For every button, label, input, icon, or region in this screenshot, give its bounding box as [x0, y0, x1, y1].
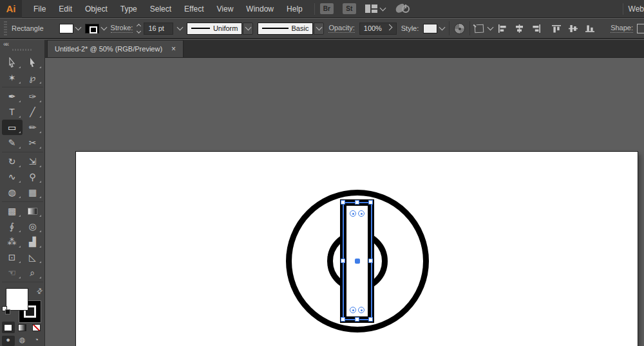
stroke-swatch[interactable]: [85, 24, 99, 33]
stroke-weight-field[interactable]: 16 pt: [144, 23, 173, 35]
width-profile-dropdown[interactable]: Uniform: [187, 23, 242, 35]
shape-properties-icon[interactable]: [637, 24, 644, 33]
stroke-color-control[interactable]: [85, 24, 106, 33]
recolor-artwork-icon[interactable]: [454, 23, 465, 34]
shaper-tool[interactable]: ✎: [2, 135, 23, 150]
collapse-panel-button[interactable]: ««: [0, 40, 11, 48]
symbol-sprayer-tool[interactable]: ⁂: [2, 234, 23, 250]
canvas[interactable]: [45, 58, 644, 346]
align-vertical-center-button[interactable]: [568, 24, 579, 33]
rectangle-tool[interactable]: ▭: [2, 120, 23, 135]
default-fill-stroke-icon[interactable]: [2, 306, 10, 314]
menu-effect[interactable]: Effect: [178, 0, 210, 18]
chevron-down-icon[interactable]: [439, 24, 446, 31]
corner-widget-top-right[interactable]: [358, 210, 365, 217]
step-up-icon[interactable]: [137, 23, 141, 28]
pen-tool[interactable]: ✒: [2, 89, 23, 104]
direct-selection-tool[interactable]: [23, 55, 43, 70]
shape-panel-link[interactable]: Shape:: [611, 24, 633, 33]
fill-swatch[interactable]: [59, 24, 73, 33]
puppet-warp-tool[interactable]: ⚲: [23, 169, 43, 185]
rotate-tool[interactable]: ↻: [2, 154, 23, 169]
chevron-down-icon[interactable]: [379, 5, 386, 11]
paintbrush-tool[interactable]: ✏: [23, 120, 43, 135]
selection-handle-top-center[interactable]: [355, 200, 359, 205]
bridge-button[interactable]: Br: [320, 3, 334, 14]
gradient-tool[interactable]: [23, 203, 43, 219]
chevron-down-icon[interactable]: [488, 24, 494, 31]
opacity-field[interactable]: 100%: [359, 23, 397, 35]
stroke-panel-link[interactable]: Stroke:: [111, 24, 133, 33]
panel-grip[interactable]: [12, 49, 33, 51]
none-button[interactable]: [30, 322, 43, 333]
chevron-down-icon[interactable]: [75, 24, 81, 31]
blend-tool[interactable]: ◎: [23, 219, 43, 234]
scissors-tool[interactable]: ✂: [23, 135, 43, 150]
stock-button[interactable]: St: [343, 3, 356, 14]
workspace-layout-icon[interactable]: [365, 5, 377, 13]
selection-handle-middle-right[interactable]: [368, 259, 373, 263]
align-bottom-button[interactable]: [585, 24, 596, 33]
stroke-weight-stepper[interactable]: [137, 24, 140, 33]
corner-widget-bottom-right[interactable]: [358, 307, 365, 313]
align-top-button[interactable]: [551, 24, 562, 33]
curvature-tool[interactable]: ✑: [23, 89, 43, 104]
style-swatch[interactable]: [423, 24, 437, 33]
type-tool[interactable]: T: [2, 104, 23, 120]
perspective-grid-tool[interactable]: ▦: [23, 185, 43, 200]
shape-options-icon[interactable]: [475, 24, 484, 33]
step-down-icon[interactable]: [137, 28, 141, 33]
lasso-tool[interactable]: ℘: [23, 70, 43, 86]
workspace-switcher[interactable]: Web: [629, 5, 644, 14]
magic-wand-tool[interactable]: ✶: [2, 70, 23, 86]
mesh-tool[interactable]: ▩: [2, 203, 23, 219]
menu-help[interactable]: Help: [280, 0, 309, 18]
corner-widget-top-left[interactable]: [350, 210, 356, 217]
line-segment-tool[interactable]: ╱: [23, 104, 43, 120]
brush-definition-chevron[interactable]: [314, 23, 324, 35]
corner-widget-bottom-left[interactable]: [350, 307, 356, 313]
opacity-panel-link[interactable]: Opacity:: [328, 24, 354, 33]
touch-workspace-icon[interactable]: [395, 3, 410, 15]
eyedropper-tool[interactable]: ∮: [2, 219, 23, 234]
align-left-button[interactable]: [497, 24, 508, 33]
draw-inside-button[interactable]: ◔: [30, 336, 43, 346]
chevron-down-icon[interactable]: [177, 24, 184, 31]
menu-edit[interactable]: Edit: [52, 0, 79, 18]
selection-center-point[interactable]: [355, 259, 360, 264]
gradient-button[interactable]: [16, 322, 29, 333]
slice-tool[interactable]: ◺: [23, 250, 43, 265]
menu-file[interactable]: File: [27, 0, 52, 18]
draw-normal-button[interactable]: ●: [2, 336, 15, 346]
close-icon[interactable]: ×: [171, 45, 176, 53]
draw-behind-button[interactable]: ◍: [16, 336, 29, 346]
hand-tool[interactable]: ☜: [2, 265, 23, 280]
width-tool[interactable]: ∿: [2, 169, 23, 185]
chevron-down-icon[interactable]: [100, 24, 107, 31]
align-right-button[interactable]: [531, 24, 542, 33]
menu-window[interactable]: Window: [240, 0, 280, 18]
menu-select[interactable]: Select: [144, 0, 178, 18]
menu-type[interactable]: Type: [114, 0, 144, 18]
selection-handle-middle-left[interactable]: [341, 259, 345, 263]
color-button[interactable]: [2, 322, 15, 333]
shape-builder-tool[interactable]: ◍: [2, 185, 23, 200]
selection-handle-bottom-right[interactable]: [368, 317, 373, 322]
selection-handle-top-left[interactable]: [341, 200, 345, 205]
graphic-style-control[interactable]: [423, 24, 444, 33]
menu-object[interactable]: Object: [79, 0, 114, 18]
selection-tool[interactable]: [2, 55, 23, 70]
zoom-tool[interactable]: ⌕: [23, 265, 43, 280]
selection-handle-bottom-center[interactable]: [355, 317, 359, 322]
menu-view[interactable]: View: [211, 0, 240, 18]
document-tab[interactable]: Untitled-2* @ 50% (RGB/Preview) ×: [47, 40, 184, 57]
align-horizontal-center-button[interactable]: [514, 24, 525, 33]
panel-grip[interactable]: [4, 21, 7, 35]
artboard[interactable]: [76, 152, 638, 346]
brush-definition-dropdown[interactable]: Basic: [258, 23, 313, 35]
swap-fill-stroke-icon[interactable]: ⇄: [35, 286, 44, 296]
selection-handle-bottom-left[interactable]: [341, 317, 345, 322]
scale-tool[interactable]: ⇲: [23, 154, 43, 169]
chevron-right-icon[interactable]: [386, 24, 392, 31]
column-graph-tool[interactable]: ▟: [23, 234, 43, 250]
